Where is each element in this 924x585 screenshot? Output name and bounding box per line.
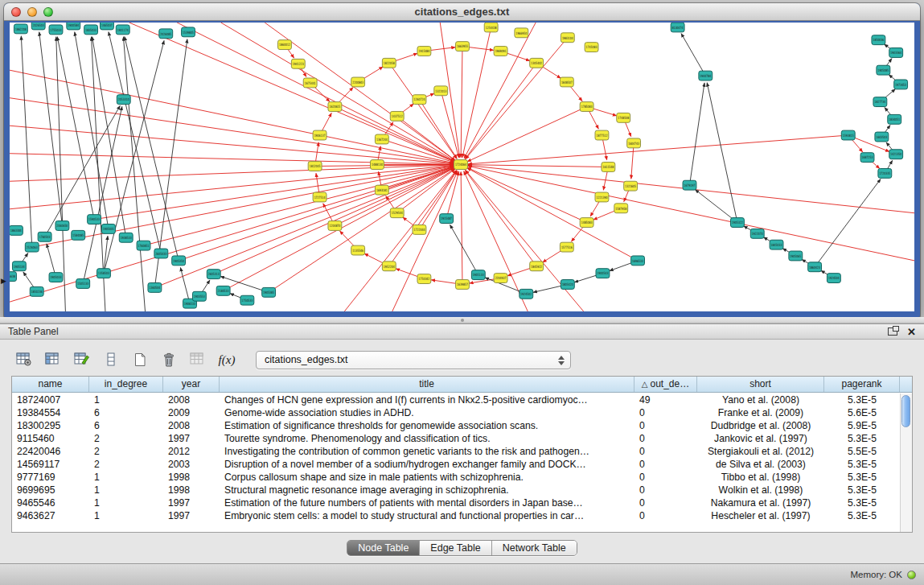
graph-node[interactable]: 1724064 — [454, 160, 468, 170]
graph-node[interactable]: 1675441 — [303, 78, 317, 88]
graph-edge[interactable] — [180, 267, 190, 303]
column-header-outde[interactable]: △out_de… — [634, 377, 697, 392]
graph-node[interactable]: 1485083 — [580, 218, 593, 228]
graph-node[interactable]: 1679197 — [683, 180, 696, 190]
table-select-dropdown[interactable]: citations_edges.txt — [256, 351, 571, 369]
graph-node[interactable]: 1827734 — [873, 97, 887, 107]
show-columns-button[interactable] — [40, 348, 66, 372]
graph-node[interactable]: 1822058 — [382, 58, 396, 68]
graph-node[interactable]: 1639857 — [456, 280, 470, 290]
graph-edge[interactable] — [707, 83, 737, 223]
table-row[interactable]: 977716911998Corpus callosum shape and si… — [12, 471, 900, 484]
graph-node[interactable]: 1745083 — [585, 43, 598, 52]
table-settings-button[interactable] — [11, 348, 37, 372]
column-header-year[interactable]: year — [163, 377, 220, 392]
graph-node[interactable]: 1915487 — [440, 214, 454, 224]
column-header-name[interactable]: name — [12, 377, 89, 392]
graph-node[interactable]: 2526063 — [25, 242, 39, 252]
graph-node[interactable]: 1901174 — [116, 25, 129, 35]
graph-node[interactable]: 1905134 — [12, 262, 26, 271]
graph-edge[interactable] — [104, 236, 108, 273]
column-header-indegree[interactable]: in_degree — [89, 377, 163, 392]
graph-node[interactable]: 1834051 — [888, 114, 901, 124]
zoom-window-button[interactable] — [43, 7, 53, 17]
graph-node[interactable]: 1727514 — [313, 192, 326, 202]
graph-edge[interactable] — [631, 143, 634, 179]
graph-node[interactable]: 1604743 — [627, 138, 641, 148]
graph-node[interactable]: 1905033 — [49, 273, 63, 282]
graph-node[interactable]: 1903364 — [889, 48, 903, 58]
table-disabled-button[interactable] — [185, 348, 211, 372]
graph-node[interactable]: 2053310 — [117, 95, 130, 105]
graph-node[interactable]: 1922070 — [750, 229, 764, 238]
graph-node[interactable]: 1360504 — [148, 282, 162, 292]
graph-node[interactable]: 1905085 — [877, 65, 890, 75]
panel-expand-arrow[interactable]: ▶ — [1, 277, 6, 285]
function-builder-button[interactable]: f(x) — [214, 348, 240, 372]
graph-node[interactable]: 1845033 — [770, 240, 783, 249]
graph-node[interactable]: 1611548 — [602, 163, 615, 172]
graph-node[interactable]: 1358503 — [97, 269, 111, 278]
graph-node[interactable]: 1941223 — [291, 59, 305, 68]
graph-edge[interactable] — [21, 36, 31, 247]
graph-node[interactable]: 1845922 — [530, 262, 544, 271]
table-row[interactable]: 1938455462009Genome-wide association stu… — [12, 406, 900, 419]
graph-node[interactable]: 1915484 — [417, 47, 431, 56]
column-header-short[interactable]: short — [697, 377, 824, 392]
graph-node[interactable]: 1905133 — [471, 270, 485, 280]
graph-node[interactable]: 1863304 — [10, 225, 23, 235]
tab-network-table[interactable]: Network Table — [492, 541, 577, 555]
graph-node[interactable]: 1924504 — [827, 274, 840, 283]
graph-node[interactable]: 1900543 — [596, 269, 610, 278]
table-row[interactable]: 1456911722003Disruption of a novel membe… — [12, 458, 900, 471]
graph-node[interactable]: 1648507 — [560, 77, 573, 87]
graph-edge[interactable] — [689, 83, 704, 185]
graph-node[interactable]: 1862208 — [14, 24, 27, 34]
graph-node[interactable]: 1254438 — [484, 23, 498, 32]
graph-node[interactable]: 1367244 — [375, 134, 388, 144]
graph-node[interactable]: 1687253 — [860, 153, 874, 163]
graph-edge[interactable] — [461, 171, 462, 284]
table-row[interactable]: 1872400712008Changes of HCN gene express… — [12, 393, 900, 406]
panel-splitter[interactable] — [0, 317, 924, 323]
graph-node[interactable]: 1321605 — [624, 181, 638, 191]
graph-node[interactable]: 1750342 — [417, 274, 431, 284]
graph-node[interactable]: 1590533 — [88, 215, 101, 225]
graph-edge[interactable] — [177, 23, 454, 162]
graph-node[interactable]: 2180533 — [216, 286, 230, 295]
graph-node[interactable]: 2026503 — [31, 23, 45, 30]
delete-table-button[interactable] — [156, 348, 182, 372]
graph-edge[interactable] — [450, 225, 478, 274]
graph-node[interactable]: 1322013 — [434, 86, 448, 96]
graph-node[interactable]: 1584085 — [72, 230, 85, 240]
graph-node[interactable]: 1465037 — [101, 23, 114, 30]
graph-edge[interactable] — [10, 154, 454, 165]
graph-node[interactable]: 1663955 — [456, 42, 470, 51]
minimize-window-button[interactable] — [27, 7, 37, 17]
graph-edge[interactable] — [179, 167, 454, 260]
graph-node[interactable]: 1437512 — [390, 111, 404, 121]
graph-node[interactable]: 1204870 — [328, 221, 342, 231]
column-header-title[interactable]: title — [220, 377, 634, 392]
graph-node[interactable]: 1421350 — [889, 150, 903, 159]
graph-node[interactable]: 1135546 — [351, 245, 365, 255]
graph-node[interactable]: 1983104 — [561, 33, 574, 43]
graph-node[interactable]: 1221390 — [595, 192, 609, 202]
vertical-scrollbar[interactable] — [900, 393, 912, 532]
graph-edge[interactable] — [144, 167, 454, 245]
table-row[interactable]: 911546021997Tourette syndrome. Phenomeno… — [12, 432, 900, 445]
graph-edge[interactable] — [467, 107, 587, 162]
column-header-pagerank[interactable]: pagerank — [824, 377, 900, 392]
graph-node[interactable]: 1924502 — [519, 289, 533, 299]
graph-node[interactable]: 2204937 — [494, 274, 507, 283]
graph-node[interactable]: 1860012 — [278, 40, 292, 50]
float-window-icon[interactable] — [888, 328, 897, 336]
graph-node[interactable]: 1905385 — [262, 287, 276, 297]
graph-node[interactable]: 1905322 — [731, 218, 745, 228]
graph-node[interactable]: 1785083 — [580, 102, 593, 112]
graph-edge[interactable] — [466, 38, 568, 159]
new-table-button[interactable] — [127, 348, 153, 372]
graph-node[interactable]: 1860423 — [808, 262, 822, 272]
network-canvas[interactable]: 1724064161154812213901485083157751618459… — [10, 23, 914, 311]
graph-node[interactable]: 1748508 — [617, 113, 630, 122]
